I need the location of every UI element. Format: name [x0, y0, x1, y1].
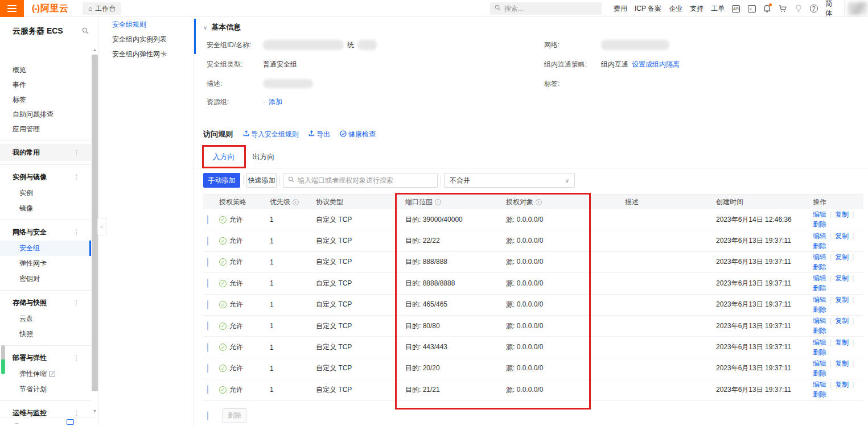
sidebar-item-sub[interactable]: 实例 [0, 185, 91, 201]
sidebar-item-sub[interactable]: 镜像 [0, 201, 91, 216]
priority-cell: 1 [270, 322, 316, 330]
scrollbar-up-arrow[interactable]: ▲ [92, 48, 98, 52]
bell-icon[interactable] [763, 5, 771, 13]
sidebar-group-header[interactable]: 部署与弹性⋮ [0, 349, 91, 366]
kebab-menu-icon[interactable]: ⋮ [73, 168, 80, 185]
cloudshell-icon[interactable]: >_ [747, 5, 755, 13]
info-icon[interactable]: i [293, 199, 299, 205]
row-checkbox[interactable] [207, 279, 208, 288]
aliyun-logo[interactable]: (-) 阿里云 [32, 0, 68, 17]
bulb-icon[interactable] [794, 5, 802, 13]
select-all-checkbox[interactable] [207, 411, 208, 420]
import-rules-link[interactable]: 导入安全组规则 [243, 130, 299, 139]
sidebar-item[interactable]: 自助问题排查 [0, 107, 91, 122]
row-checkbox[interactable] [207, 300, 208, 309]
topbar-menu-item[interactable]: 费用 [614, 4, 627, 14]
resource-group-add-link[interactable]: 添加 [269, 97, 282, 107]
copy-link[interactable]: 复制 [826, 253, 849, 261]
edit-link[interactable]: 编辑 [813, 210, 826, 218]
health-check-link[interactable]: 健康检查 [340, 130, 376, 139]
kebab-menu-icon[interactable]: ⋮ [73, 144, 80, 161]
manual-add-button[interactable]: 手动添加 [203, 173, 240, 188]
copy-link[interactable]: 复制 [826, 210, 849, 218]
basic-info-header[interactable]: ∨ 基本信息 [203, 22, 241, 33]
row-checkbox[interactable] [207, 215, 208, 224]
row-checkbox[interactable] [207, 343, 208, 352]
scrollbar-down-arrow[interactable]: ▼ [92, 409, 98, 413]
collapse-panel-handle[interactable]: < [97, 218, 106, 235]
topbar-search-input[interactable]: 搜索... [490, 2, 602, 15]
sidebar-item-sub[interactable]: 节省计划 [0, 382, 91, 397]
port-range-cell: 目的: 8888/8888 [405, 279, 506, 288]
info-icon[interactable]: i [435, 199, 441, 205]
export-rules-link[interactable]: 导出 [308, 130, 330, 139]
api-icon[interactable]: API [732, 5, 740, 13]
kebab-menu-icon[interactable]: ⋮ [73, 294, 80, 311]
tab-outbound[interactable]: 出方向 [245, 146, 282, 168]
edit-link[interactable]: 编辑 [813, 232, 826, 240]
quick-add-button[interactable]: 快速添加 [246, 173, 277, 188]
copy-link[interactable]: 复制 [826, 232, 849, 240]
sidebar-group-header[interactable]: 网络与安全⋮ [0, 224, 91, 241]
edit-link[interactable]: 编辑 [813, 274, 826, 282]
sidebar-group-header[interactable]: 运维与监控⋮ [0, 404, 91, 417]
info-icon[interactable]: i [536, 199, 542, 205]
help-icon[interactable]: ? [810, 5, 818, 13]
feedback-icon[interactable] [67, 419, 74, 425]
edit-link[interactable]: 编辑 [813, 380, 826, 388]
workbench-button[interactable]: ⌂ 工作台 [83, 2, 121, 15]
edit-link[interactable]: 编辑 [813, 359, 826, 367]
topbar-menu-item[interactable]: 支持 [690, 4, 704, 14]
copy-link[interactable]: 复制 [826, 359, 849, 367]
avatar[interactable] [844, 0, 868, 17]
sidebar-group-header[interactable]: 实例与镜像⋮ [0, 168, 91, 185]
subnav-item[interactable]: 安全组内弹性网卡 [98, 47, 194, 61]
edit-link[interactable]: 编辑 [813, 338, 826, 346]
row-checkbox[interactable] [207, 364, 208, 373]
copy-link[interactable]: 复制 [826, 296, 849, 304]
sidebar-item[interactable]: 标签 [0, 92, 91, 107]
copy-link[interactable]: 复制 [826, 317, 849, 325]
topbar-menu-item[interactable]: 企业 [669, 4, 682, 14]
row-checkbox[interactable] [207, 321, 208, 330]
copy-link[interactable]: 复制 [826, 274, 849, 282]
sidebar-item-active[interactable]: 安全组 [0, 241, 91, 256]
topbar-menu-item[interactable]: 工单 [711, 4, 725, 14]
row-checkbox[interactable] [207, 258, 208, 267]
sidebar-item-sub[interactable]: 云盘 [0, 311, 91, 326]
edit-link[interactable]: 编辑 [813, 317, 826, 325]
subnav-item[interactable]: 安全组内实例列表 [98, 32, 194, 47]
copy-link[interactable]: 复制 [826, 380, 849, 388]
sidebar-item-sub[interactable]: 弹性伸缩↗ [0, 366, 91, 382]
row-checkbox[interactable] [207, 237, 208, 246]
sidebar-search-icon[interactable] [82, 27, 89, 36]
sidebar-group-label: 部署与弹性 [13, 349, 47, 366]
sidebar-group-header[interactable]: 我的常用⋮ [0, 144, 91, 161]
sidebar-item-sub[interactable]: 密钥对 [0, 271, 91, 287]
language-switcher[interactable]: 简体 [825, 0, 838, 18]
kebab-menu-icon[interactable]: ⋮ [73, 349, 80, 366]
hamburger-menu-button[interactable] [0, 0, 24, 17]
sidebar-item-sub[interactable]: 快照 [0, 326, 91, 342]
sidebar-group-header[interactable]: 存储与快照⋮ [0, 294, 91, 311]
policy-change-link[interactable]: 设置成组内隔离 [632, 60, 680, 69]
topbar-menu-item[interactable]: ICP 备案 [635, 4, 661, 14]
collapse-sidebar-icon[interactable]: → [14, 419, 20, 425]
tab-inbound[interactable]: 入方向 [203, 146, 244, 168]
sidebar-item[interactable]: 概览 [0, 63, 91, 77]
kebab-menu-icon[interactable]: ⋮ [73, 404, 80, 417]
cart-icon[interactable] [779, 5, 787, 13]
merge-mode-select[interactable]: 不合并 ∨ [444, 173, 575, 188]
sidebar-item[interactable]: 应用管理 [0, 122, 91, 137]
sidebar-item[interactable]: 事件 [0, 77, 91, 92]
sidebar-item-sub[interactable]: 弹性网卡 [0, 256, 91, 271]
rules-search-input[interactable]: 输入端口或者授权对象进行搜索 [283, 173, 438, 188]
edit-link[interactable]: 编辑 [813, 253, 826, 261]
subnav-item[interactable]: 安全组规则 [98, 17, 194, 32]
edit-link[interactable]: 编辑 [813, 296, 826, 304]
row-checkbox[interactable] [207, 385, 208, 394]
batch-delete-button[interactable]: 删除 [223, 408, 246, 423]
copy-link[interactable]: 复制 [826, 338, 849, 346]
auth-object-cell: 源: 0.0.0.0/0 [506, 385, 625, 395]
kebab-menu-icon[interactable]: ⋮ [73, 224, 80, 241]
